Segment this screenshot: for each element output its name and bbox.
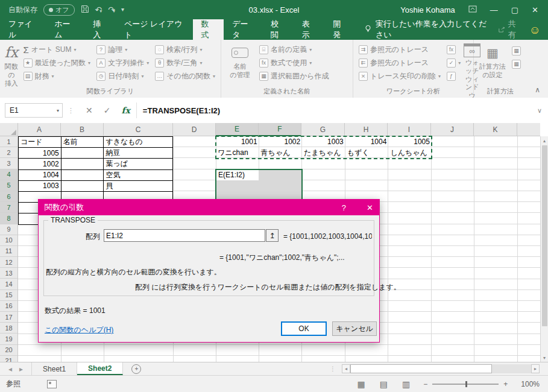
col-header-a[interactable]: A bbox=[18, 123, 61, 136]
cell-a1[interactable]: コード bbox=[19, 137, 61, 148]
scroll-left-icon[interactable]: ◂ bbox=[342, 364, 350, 373]
date-time-button[interactable]: ◷日付/時刻▾ bbox=[93, 69, 152, 83]
row-header[interactable]: 21 bbox=[0, 356, 17, 362]
page-layout-view-icon[interactable]: ▤ bbox=[380, 379, 388, 389]
cell-a5[interactable]: 1003 bbox=[19, 181, 61, 192]
text-button[interactable]: A文字列操作▾ bbox=[93, 56, 152, 69]
evaluate-formula-button[interactable]: ƒ bbox=[444, 69, 464, 83]
scroll-right-icon[interactable]: ▸ bbox=[531, 364, 540, 373]
row-header[interactable]: 20 bbox=[0, 345, 17, 356]
tab-insert[interactable]: 挿入 bbox=[84, 19, 116, 40]
row-header[interactable]: 14 bbox=[0, 279, 17, 289]
row-header[interactable]: 8 bbox=[0, 213, 17, 224]
col-header-c[interactable]: C bbox=[104, 123, 173, 136]
scroll-down-icon[interactable]: ▾ bbox=[541, 353, 548, 362]
tab-developer[interactable]: 開発 bbox=[324, 19, 356, 40]
trace-dependents-button[interactable]: ⇇参照先のトレース bbox=[356, 56, 444, 69]
tab-view[interactable]: 表示 bbox=[294, 19, 325, 40]
row-header[interactable]: 3 bbox=[0, 158, 17, 169]
zoom-in-icon[interactable]: + bbox=[503, 380, 508, 388]
row-header[interactable]: 18 bbox=[0, 323, 17, 334]
tab-data[interactable]: データ bbox=[224, 19, 262, 40]
name-box[interactable]: E1▾ bbox=[5, 103, 63, 118]
cell-b2[interactable] bbox=[61, 148, 104, 159]
lookup-reference-button[interactable]: ◌検索/行列▾ bbox=[152, 43, 218, 56]
editing-cell-e4[interactable]: E(E1:I2) bbox=[216, 170, 259, 180]
sheet-tab-sheet2[interactable]: Sheet2 bbox=[77, 362, 123, 375]
ok-button[interactable]: OK bbox=[281, 321, 327, 336]
logical-button[interactable]: ?論理▾ bbox=[93, 43, 152, 56]
row-header[interactable]: 1 bbox=[0, 136, 17, 147]
row-header[interactable]: 6 bbox=[0, 191, 17, 202]
maximize-button[interactable]: ▢ bbox=[511, 5, 518, 14]
remove-arrows-button[interactable]: ⨯トレース矢印の削除▾ bbox=[356, 69, 444, 83]
collapse-dialog-button[interactable]: ↥ bbox=[266, 229, 279, 242]
zoom-slider[interactable] bbox=[432, 384, 499, 385]
select-all-corner[interactable] bbox=[0, 123, 18, 136]
calculate-now-button[interactable]: ▦ bbox=[509, 44, 524, 57]
cancel-button[interactable]: キャンセル bbox=[332, 321, 377, 336]
feedback-smiley-icon[interactable]: ☺ bbox=[529, 24, 541, 36]
function-help-link[interactable]: この関数のヘルプ(H) bbox=[45, 325, 113, 335]
sheet-nav-arrows[interactable]: ◂▸ bbox=[0, 362, 32, 375]
col-header-b[interactable]: B bbox=[61, 123, 104, 136]
cell-c1[interactable]: すきなもの bbox=[104, 137, 173, 148]
sheet-tab-sheet1[interactable]: Sheet1 bbox=[32, 362, 77, 375]
cell-b5[interactable] bbox=[61, 181, 104, 192]
cell-c2[interactable]: 納豆 bbox=[104, 148, 173, 159]
col-header-e[interactable]: E bbox=[216, 123, 259, 136]
cell-c3[interactable]: 葉っぱ bbox=[104, 159, 173, 169]
collapse-ribbon-button[interactable]: ∧ bbox=[527, 40, 548, 98]
vertical-scroll-thumb[interactable] bbox=[542, 145, 547, 326]
row-header[interactable]: 7 bbox=[0, 202, 17, 213]
use-in-formula-button[interactable]: fx数式で使用▾ bbox=[256, 56, 332, 69]
customize-qat-icon[interactable]: ▾ bbox=[121, 7, 124, 13]
error-checking-button[interactable]: ✓▾ bbox=[444, 56, 464, 69]
autosum-button[interactable]: Σオート SUM▾ bbox=[20, 43, 94, 56]
horizontal-scrollbar[interactable] bbox=[350, 364, 531, 373]
normal-view-icon[interactable]: ▦ bbox=[357, 379, 365, 389]
create-from-selection-button[interactable]: ▦選択範囲から作成 bbox=[256, 69, 332, 83]
dialog-close-icon[interactable]: ✕ bbox=[367, 203, 373, 212]
tab-home[interactable]: ホーム bbox=[46, 19, 84, 40]
undo-icon[interactable]: ↶▾ bbox=[95, 5, 102, 14]
more-functions-button[interactable]: …その他の関数▾ bbox=[152, 69, 218, 83]
sheet-prev-icon[interactable]: ◂ bbox=[8, 365, 12, 373]
row-header[interactable]: 9 bbox=[0, 224, 17, 235]
tab-scroll-separator[interactable]: ⋮ bbox=[330, 365, 336, 372]
formula-text[interactable]: =TRANSPOSE(E1:I2) bbox=[143, 106, 220, 115]
save-icon[interactable] bbox=[81, 5, 89, 14]
scroll-up-icon[interactable]: ▴ bbox=[541, 136, 548, 145]
confirm-entry-icon[interactable]: ✓ bbox=[104, 106, 111, 115]
sheet-next-icon[interactable]: ▸ bbox=[19, 365, 23, 373]
tell-me-box[interactable]: 実行したい作業を入力してください bbox=[356, 19, 499, 40]
calculate-sheet-button[interactable]: ▦ bbox=[509, 57, 524, 71]
horizontal-scroll-thumb[interactable] bbox=[350, 364, 492, 373]
row-header[interactable]: 16 bbox=[0, 301, 17, 312]
tab-file[interactable]: ファイル bbox=[0, 19, 46, 40]
name-box-dropdown-icon[interactable]: ▾ bbox=[57, 108, 59, 113]
autosave-toggle[interactable]: オフ bbox=[43, 4, 75, 16]
cell-a4[interactable]: 1004 bbox=[19, 170, 61, 181]
row-header[interactable]: 12 bbox=[0, 257, 17, 268]
row-header[interactable]: 10 bbox=[0, 235, 17, 246]
row-header[interactable]: 4 bbox=[0, 169, 17, 180]
col-header-k[interactable]: K bbox=[474, 123, 517, 136]
cell-c5[interactable]: 貝 bbox=[104, 181, 173, 192]
col-header-f[interactable]: F bbox=[259, 123, 301, 136]
row-header[interactable]: 2 bbox=[0, 147, 17, 158]
col-header-g[interactable]: G bbox=[301, 123, 345, 136]
arg-input[interactable] bbox=[104, 229, 265, 242]
minimize-button[interactable]: — bbox=[490, 5, 498, 14]
zoom-level[interactable]: 100% bbox=[521, 380, 540, 388]
row-header[interactable]: 19 bbox=[0, 334, 17, 344]
dialog-help-icon[interactable]: ? bbox=[342, 203, 346, 212]
new-sheet-button[interactable]: + bbox=[123, 362, 150, 375]
row-header[interactable]: 13 bbox=[0, 268, 17, 279]
col-header-partial[interactable] bbox=[517, 123, 540, 136]
expand-formula-bar-icon[interactable]: ∨ bbox=[537, 107, 542, 115]
trace-precedents-button[interactable]: ⇉参照元のトレース bbox=[356, 43, 444, 56]
row-header[interactable]: 5 bbox=[0, 180, 17, 191]
recent-functions-button[interactable]: ★最近使った関数▾ bbox=[20, 56, 94, 69]
col-header-j[interactable]: J bbox=[431, 123, 474, 136]
